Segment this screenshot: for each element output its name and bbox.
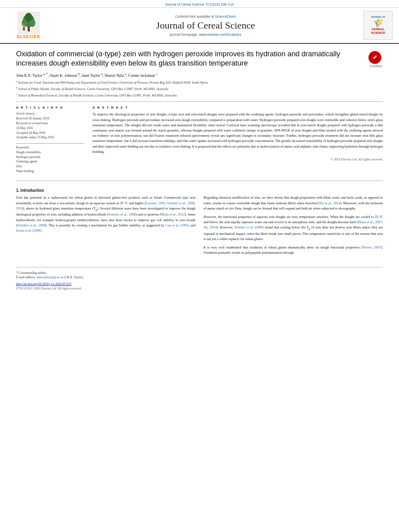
affiliation-c: c School of Biomedical Sciences, Faculty… bbox=[16, 92, 383, 98]
ref-sroan2009[interactable]: Sroan et al. (2009) bbox=[16, 228, 41, 232]
journal-logo-box: JOURNAL OF 🌾 CEREALSCIENCE bbox=[364, 11, 393, 40]
doi-url[interactable]: http://dx.doi.org/10.1016/j.jcs.2016.05.… bbox=[16, 282, 71, 286]
sciencedirect-link[interactable]: ScienceDirect bbox=[215, 14, 236, 18]
article-title-section: Oxidation of commercial (α-type) zein wi… bbox=[16, 49, 383, 68]
keywords-heading: Keywords: bbox=[16, 146, 84, 149]
affiliation-a: a Institute for Food, Nutrition and Well… bbox=[16, 79, 383, 85]
intro-section-title: 1. Introduction bbox=[16, 188, 383, 193]
intro-section: 1. Introduction Zein has potential as a … bbox=[16, 188, 383, 259]
ref-sly2014a[interactable]: Sly et al., 2014 bbox=[319, 201, 340, 205]
intro-divider bbox=[16, 181, 383, 181]
keyword-3: Oxidising agents bbox=[16, 159, 84, 164]
homepage-url[interactable]: www.elsevier.com/locate/jcs bbox=[199, 33, 241, 37]
keywords-section: Keywords: Dough extensibility Hydrogen p… bbox=[16, 146, 84, 173]
crossmark-icon: ✔ bbox=[368, 51, 381, 64]
sciencedirect-line: Contents lists available at ScienceDirec… bbox=[51, 14, 360, 18]
keyword-4: Zein bbox=[16, 164, 84, 169]
journal-citation: Journal of Cereal Science 70 (2016) 108–… bbox=[165, 2, 234, 6]
elsevier-logo-section: ELSEVIER bbox=[6, 12, 51, 39]
ref-wieser2007[interactable]: Wieser, 2007 bbox=[362, 245, 381, 249]
ref-schober2008d[interactable]: Schober et al. (2008) bbox=[234, 225, 264, 229]
ref-schober2008b[interactable]: Schober et al., 2008 bbox=[108, 212, 136, 216]
header-center: Contents lists available at ScienceDirec… bbox=[51, 14, 360, 37]
svg-point-5 bbox=[25, 13, 32, 22]
received-date: Received 29 January 2016 bbox=[16, 116, 84, 121]
wheat-icon: 🌾 bbox=[373, 18, 383, 28]
online-date: Available online 25 May 2016 bbox=[16, 135, 84, 140]
article-info-heading: A R T I C L E I N F O bbox=[16, 106, 84, 109]
corresponding-author-note: * Corresponding author. E-mail address: … bbox=[16, 271, 383, 280]
article-info-abstract-section: A R T I C L E I N F O Article history: R… bbox=[16, 106, 383, 177]
main-header: ELSEVIER Contents lists available at Sci… bbox=[0, 8, 399, 44]
email-attribution: (J.R.N. Taylor). bbox=[64, 275, 84, 279]
article-content: Oxidation of commercial (α-type) zein wi… bbox=[0, 44, 399, 296]
doi-link: http://dx.doi.org/10.1016/j.jcs.2016.05.… bbox=[16, 282, 383, 286]
journal-homepage: journal homepage: www.elsevier.com/locat… bbox=[51, 33, 360, 37]
article-title: Oxidation of commercial (α-type) zein wi… bbox=[16, 49, 362, 68]
svg-point-6 bbox=[23, 25, 25, 27]
article-history: Article history: Received 29 January 201… bbox=[16, 112, 84, 140]
ref-schober2010[interactable]: 2010 bbox=[16, 206, 23, 210]
svg-rect-7 bbox=[23, 27, 25, 31]
intro-content: Zein has potential as a replacement for … bbox=[16, 195, 383, 259]
revised-date: Received in revised form16 May 2016 bbox=[16, 121, 84, 130]
intro-left-col: Zein has potential as a replacement for … bbox=[16, 195, 195, 259]
corresponding-email[interactable]: john.taylor@up.ac.za bbox=[37, 275, 64, 279]
ref-schober2008c[interactable]: Schober et al., 2008 bbox=[17, 223, 45, 227]
keyword-5: Water-holding bbox=[16, 169, 84, 174]
authors-line: John R.N. Taylor a, *, Stuart K. Johnson… bbox=[16, 72, 383, 78]
ref-can1995[interactable]: Can et al. (1995) bbox=[165, 223, 189, 227]
header-divider bbox=[16, 101, 383, 102]
ref-lawton1992[interactable]: Lawton, 1992 bbox=[146, 201, 165, 205]
intro-right-para1: Regarding chemical modification of zein,… bbox=[204, 195, 383, 211]
affiliation-b: b School of Public Health, Faculty of He… bbox=[16, 86, 383, 91]
elsevier-tree-icon bbox=[18, 12, 40, 34]
crossmark-label: CrossMark bbox=[368, 65, 383, 68]
intro-right-col: Regarding chemical modification of zein,… bbox=[204, 195, 383, 259]
ref-mejia2007[interactable]: Mejia et al., 2007 bbox=[358, 220, 382, 224]
copyright-line: © 2016 Elsevier Ltd. All rights reserved… bbox=[93, 158, 383, 161]
logo-mid-text: CEREALSCIENCE bbox=[371, 28, 385, 35]
article-footer: * Corresponding author. E-mail address: … bbox=[16, 267, 383, 290]
intro-right-para3: It is very well established that oxidati… bbox=[204, 245, 383, 255]
journal-top-bar: Journal of Cereal Science 70 (2016) 108–… bbox=[0, 0, 399, 8]
ref-schober2008a[interactable]: Schober et al., 2008 bbox=[167, 201, 195, 205]
article-info-col: A R T I C L E I N F O Article history: R… bbox=[16, 106, 84, 177]
info-divider bbox=[16, 143, 84, 144]
keyword-1: Dough extensibility bbox=[16, 150, 84, 155]
history-label: Article history: bbox=[16, 112, 84, 115]
crossmark-logo[interactable]: ✔ CrossMark bbox=[368, 51, 383, 68]
journal-logo-box-section: JOURNAL OF 🌾 CEREALSCIENCE bbox=[360, 11, 393, 40]
abstract-heading: A B S T R A C T bbox=[93, 106, 383, 109]
email-label: E-mail address: bbox=[16, 275, 36, 279]
intro-right-para2: However, the functional properties of aq… bbox=[204, 214, 383, 242]
ref-mejia2012[interactable]: Mejia et al., 2012 bbox=[161, 212, 185, 216]
intro-left-para1: Zein has potential as a replacement for … bbox=[16, 195, 195, 233]
abstract-text: To improve the rheological properties of… bbox=[93, 112, 383, 154]
elsevier-brand-text: ELSEVIER bbox=[17, 35, 40, 39]
abstract-col: A B S T R A C T To improve the rheologic… bbox=[93, 106, 383, 177]
ref-sly2014b[interactable]: Sly, 2014 bbox=[204, 225, 217, 229]
keyword-2: Hydrogen peroxide bbox=[16, 155, 84, 160]
journal-title: Journal of Cereal Science bbox=[51, 20, 360, 31]
issn-line: 0733-5210/© 2016 Elsevier Ltd. All right… bbox=[16, 287, 383, 290]
accepted-date: Accepted 24 May 2016 bbox=[16, 131, 84, 136]
